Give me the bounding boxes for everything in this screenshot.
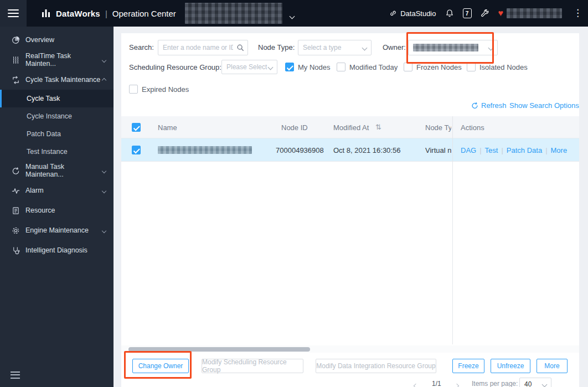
product-name: Operation Center	[112, 9, 176, 18]
sidebar-item-label: Intelligent Diagnosis	[25, 246, 87, 254]
global-menu-button[interactable]	[0, 0, 27, 27]
prev-page-icon[interactable]	[414, 380, 417, 387]
sidebar-item-overview[interactable]: Overview	[0, 30, 114, 50]
row-modified-at: Oct 8, 2021 16:30:56	[333, 146, 400, 154]
more-button[interactable]: More	[537, 359, 568, 373]
node-type-label: Node Type:	[258, 44, 295, 51]
modified-today-checkbox[interactable]	[337, 63, 345, 71]
modify-scheduling-resource-group-button[interactable]: Modify Scheduling Resource Group	[202, 359, 303, 373]
horizontal-scrollbar-thumb[interactable]	[128, 347, 310, 352]
page-size-select[interactable]: 40	[519, 378, 551, 387]
modified-today-label: Modified Today	[349, 63, 398, 72]
sidebar-item-label: Cycle Task	[27, 95, 60, 102]
row-node-name-redacted[interactable]	[158, 146, 252, 154]
workspace-chevron-down-icon[interactable]	[290, 11, 294, 20]
sidebar-item-intelligent-diagnosis[interactable]: Intelligent Diagnosis	[0, 240, 114, 260]
owner-label: Owner:	[383, 44, 406, 51]
action-test-link[interactable]: Test	[485, 146, 498, 154]
sidebar-item-patch-data[interactable]: Patch Data	[0, 125, 114, 143]
expired-nodes-checkbox[interactable]	[129, 85, 138, 94]
dataworks-operation-center: DataWorks | Operation Center DataStudio …	[0, 0, 588, 387]
column-header-name: Name	[158, 123, 177, 132]
sidebar-item-label: Engine Maintenance	[25, 226, 89, 234]
sidebar-item-cycle-task[interactable]: Cycle Task	[0, 90, 114, 107]
more-menu-icon[interactable]: ⋮	[571, 9, 585, 18]
fixed-column-divider	[452, 116, 453, 344]
search-icon[interactable]	[236, 44, 244, 51]
chevron-down-icon	[102, 226, 106, 234]
account-area[interactable]: ♥	[498, 8, 563, 18]
brand-name: DataWorks	[56, 9, 100, 18]
refresh-label: Refresh	[481, 101, 507, 110]
sidebar-collapse-icon[interactable]	[11, 369, 20, 380]
sidebar-item-label: Patch Data	[27, 130, 61, 138]
tools-wrench-icon[interactable]	[481, 9, 489, 18]
sidebar-item-manual-task[interactable]: Manual Task Maintenan...	[0, 161, 114, 180]
action-dag-link[interactable]: DAG	[461, 146, 476, 154]
workspace-selector-redacted[interactable]	[185, 3, 282, 24]
account-status-icon: ♥	[498, 9, 504, 18]
sidebar-item-resource[interactable]: Resource	[0, 200, 114, 220]
header-right-tools: DataStudio 7 ♥ ⋮	[389, 0, 585, 27]
sort-icon[interactable]: ⇅	[375, 123, 381, 131]
isolated-nodes-checkbox[interactable]	[467, 63, 476, 71]
sidebar-item-alarm[interactable]: Alarm	[0, 180, 114, 200]
gear-icon	[11, 226, 20, 235]
column-header-node-id: Node ID	[281, 123, 308, 132]
column-header-actions: Actions	[461, 123, 484, 132]
chevron-up-icon	[102, 76, 106, 84]
refresh-button[interactable]: Refresh	[471, 101, 507, 110]
brand-area: DataWorks | Operation Center	[41, 0, 176, 27]
scheduling-resource-group-label: Scheduling Resource Group:	[129, 64, 221, 71]
hamburger-icon	[8, 7, 19, 19]
datastudio-icon	[389, 9, 397, 17]
notifications-bell-icon[interactable]	[445, 9, 454, 18]
my-nodes-checkbox[interactable]	[285, 63, 294, 71]
scheduling-resource-group-select[interactable]: Please Select	[221, 60, 277, 74]
sidebar-item-test-instance[interactable]: Test Instance	[0, 143, 114, 161]
docs-badge-icon[interactable]: 7	[463, 8, 472, 18]
action-separator: |	[545, 146, 547, 154]
sidebar-item-cycle-instance[interactable]: Cycle Instance	[0, 107, 114, 125]
sidebar-item-label: Cycle Instance	[27, 112, 72, 120]
show-search-options-link[interactable]: Show Search Options	[509, 101, 579, 110]
chevron-down-icon	[102, 167, 106, 174]
search-input[interactable]	[158, 40, 248, 55]
my-nodes-label: My Nodes	[298, 63, 331, 72]
chevron-down-icon	[542, 381, 548, 387]
circular-arrow-icon	[11, 166, 20, 175]
top-header: DataWorks | Operation Center DataStudio …	[0, 0, 588, 27]
node-type-value: Select a type	[303, 44, 341, 51]
datastudio-link[interactable]: DataStudio	[389, 9, 436, 18]
dataworks-logo-icon	[41, 8, 51, 18]
change-owner-button[interactable]: Change Owner	[132, 359, 189, 373]
node-type-select[interactable]: Select a type	[298, 40, 372, 55]
sidebar-item-cycle-task-maintenance[interactable]: Cycle Task Maintenance	[0, 70, 114, 90]
sidebar-item-engine-maintenance[interactable]: Engine Maintenance	[0, 220, 114, 240]
frozen-nodes-checkbox[interactable]	[404, 63, 412, 71]
action-separator: |	[501, 146, 503, 154]
owner-value-redacted	[413, 44, 478, 51]
unfreeze-button[interactable]: Unfreeze	[491, 359, 530, 373]
row-node-id: 700004936908	[276, 146, 324, 154]
freeze-button[interactable]: Freeze	[452, 359, 484, 373]
sidebar-item-realtime-task[interactable]: RealTime Task Mainten...	[0, 50, 114, 70]
row-node-type: Virtual node	[425, 146, 451, 154]
refresh-icon	[471, 102, 478, 109]
page-indicator: 1/1	[432, 380, 441, 387]
select-all-checkbox[interactable]	[132, 123, 141, 132]
chevron-down-icon	[362, 45, 368, 50]
scheduling-resource-group-value: Please Select	[226, 63, 267, 71]
sidebar-item-label: Manual Task Maintenan...	[25, 163, 102, 178]
isolated-nodes-label: Isolated Nodes	[479, 63, 528, 72]
row-actions: DAG| Test| Patch Data| More	[461, 146, 567, 154]
expired-nodes-label: Expired Nodes	[142, 85, 189, 94]
owner-select[interactable]	[408, 40, 498, 55]
brand-divider: |	[105, 9, 107, 18]
next-page-icon[interactable]	[455, 380, 458, 387]
action-more-link[interactable]: More	[551, 146, 568, 154]
row-checkbox[interactable]	[132, 146, 141, 154]
action-patch-data-link[interactable]: Patch Data	[507, 146, 542, 154]
modify-data-integration-resource-group-button[interactable]: Modify Data Integration Resource Group	[316, 359, 436, 373]
main-content-panel	[121, 33, 579, 387]
